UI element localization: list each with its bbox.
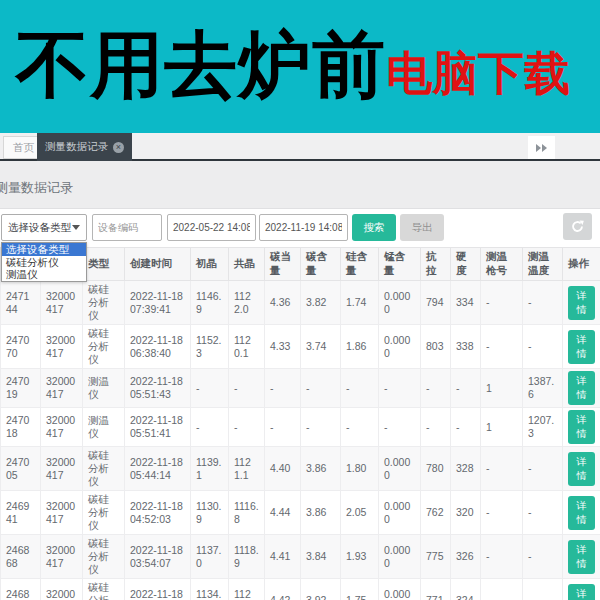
header-tensile: 抗拉 <box>421 248 451 281</box>
detail-button[interactable]: 详情 <box>568 410 595 444</box>
content-panel: 选择设备类型 选择设备类型 碳硅分析仪 测温仪 搜索 导出 类型 创建时间 <box>0 209 600 600</box>
cell-created-time: 2022-11-18 07:39:41 <box>125 281 191 325</box>
tab-measure-records[interactable]: 测量数据记录 × <box>37 133 132 161</box>
cell-carbon-equivalent: - <box>265 369 301 408</box>
cell-created-time: 2022-11-18 05:51:41 <box>125 408 191 447</box>
cell-carbon-equivalent: 4.33 <box>265 325 301 369</box>
measurement-table: 类型 创建时间 初晶 共晶 碳当量 碳含量 硅含量 锰含量 抗拉 硬度 测温枪号… <box>0 247 600 600</box>
cell-action: 详情 <box>563 447 600 491</box>
detail-button[interactable]: 详情 <box>568 286 595 320</box>
cell-action: 详情 <box>563 535 600 579</box>
cell-type: 碳硅分析仪 <box>83 579 125 600</box>
title-bar: 测量数据记录 <box>0 161 600 209</box>
cell-primary-crystal: - <box>191 369 229 408</box>
cell-hardness: 320 <box>451 491 481 535</box>
cell-carbon-equivalent: 4.42 <box>265 579 301 600</box>
cell-primary-crystal: 1152.3 <box>191 325 229 369</box>
device-code-input[interactable] <box>92 214 162 241</box>
detail-button[interactable]: 详情 <box>568 452 595 486</box>
close-icon[interactable]: × <box>113 142 124 153</box>
header-temperature: 测温温度 <box>523 248 563 281</box>
cell-action: 详情 <box>563 369 600 408</box>
cell-type: 测温仪 <box>83 408 125 447</box>
detail-button[interactable]: 详情 <box>568 584 595 600</box>
table-row: 247019 32000417 测温仪 2022-11-18 05:51:43 … <box>1 369 600 408</box>
header-eutectic: 共晶 <box>229 248 265 281</box>
table-row: 247070 32000417 碳硅分析仪 2022-11-18 06:38:4… <box>1 325 600 369</box>
table-row: 246804 32000417 碳硅分析仪 2022-11-18 02:54:5… <box>1 579 600 600</box>
cell-silicon-content: 1.74 <box>341 281 379 325</box>
cell-id: 246941 <box>1 491 41 535</box>
table-body: 247144 32000417 碳硅分析仪 2022-11-18 07:39:4… <box>1 281 600 600</box>
table-row: 247018 32000417 测温仪 2022-11-18 05:51:41 … <box>1 408 600 447</box>
dropdown-option[interactable]: 碳硅分析仪 <box>2 256 86 269</box>
cell-temperature: - <box>523 491 563 535</box>
dropdown-option[interactable]: 测温仪 <box>2 268 86 281</box>
cell-tensile: 803 <box>421 325 451 369</box>
banner-accent-text: 电脑下载 <box>386 43 570 105</box>
cell-created-time: 2022-11-18 06:38:40 <box>125 325 191 369</box>
header-primary-crystal: 初晶 <box>191 248 229 281</box>
date-to-input[interactable] <box>259 214 348 241</box>
cell-action: 详情 <box>563 325 600 369</box>
cell-carbon-content: 3.86 <box>301 447 341 491</box>
cell-id: 247144 <box>1 281 41 325</box>
promo-banner: 不用去炉前 电脑下载 <box>0 0 600 133</box>
cell-type: 碳硅分析仪 <box>83 325 125 369</box>
chevron-right-icon <box>536 144 541 152</box>
cell-hardness: - <box>451 369 481 408</box>
cell-device-code: 32000417 <box>41 535 83 579</box>
search-button[interactable]: 搜索 <box>352 214 396 241</box>
cell-action: 详情 <box>563 281 600 325</box>
cell-eutectic: - <box>229 369 265 408</box>
cell-temperature: - <box>523 579 563 600</box>
cell-id: 247005 <box>1 447 41 491</box>
dropdown-option[interactable]: 选择设备类型 <box>2 243 86 256</box>
tab-bar: 首页 测量数据记录 × <box>0 133 600 161</box>
cell-primary-crystal: - <box>191 408 229 447</box>
header-created-time: 创建时间 <box>125 248 191 281</box>
cell-created-time: 2022-11-18 02:54:50 <box>125 579 191 600</box>
cell-carbon-content: 3.84 <box>301 535 341 579</box>
cell-temperature: 1207.3 <box>523 408 563 447</box>
header-silicon-content: 硅含量 <box>341 248 379 281</box>
detail-button[interactable]: 详情 <box>568 330 595 364</box>
tab-overflow-button[interactable] <box>528 136 555 159</box>
cell-created-time: 2022-11-18 04:52:03 <box>125 491 191 535</box>
cell-type: 碳硅分析仪 <box>83 491 125 535</box>
cell-device-code: 32000417 <box>41 325 83 369</box>
cell-silicon-content: - <box>341 369 379 408</box>
export-button[interactable]: 导出 <box>400 214 444 241</box>
cell-carbon-equivalent: 4.41 <box>265 535 301 579</box>
cell-temperature: - <box>523 535 563 579</box>
detail-button[interactable]: 详情 <box>568 371 595 405</box>
cell-gun-number: - <box>481 325 523 369</box>
detail-button[interactable]: 详情 <box>568 540 595 574</box>
cell-gun-number: - <box>481 281 523 325</box>
cell-hardness: 334 <box>451 281 481 325</box>
cell-carbon-content: 3.92 <box>301 579 341 600</box>
cell-manganese-content: - <box>379 369 421 408</box>
cell-id: 246804 <box>1 579 41 600</box>
header-gun-number: 测温枪号 <box>481 248 523 281</box>
cell-tensile: 780 <box>421 447 451 491</box>
cell-gun-number: 1 <box>481 408 523 447</box>
cell-silicon-content: 2.05 <box>341 491 379 535</box>
cell-tensile: - <box>421 408 451 447</box>
tab-active-label: 测量数据记录 <box>45 140 108 154</box>
header-carbon-equivalent: 碳当量 <box>265 248 301 281</box>
device-type-select[interactable]: 选择设备类型 <box>1 214 87 241</box>
cell-id: 247070 <box>1 325 41 369</box>
cell-gun-number: - <box>481 535 523 579</box>
cell-primary-crystal: 1130.9 <box>191 491 229 535</box>
banner-main-text: 不用去炉前 <box>16 17 386 116</box>
refresh-button[interactable] <box>563 213 592 240</box>
cell-carbon-content: 3.74 <box>301 325 341 369</box>
date-from-input[interactable] <box>167 214 256 241</box>
cell-tensile: 794 <box>421 281 451 325</box>
cell-manganese-content: 0.0000 <box>379 535 421 579</box>
table-row: 246941 32000417 碳硅分析仪 2022-11-18 04:52:0… <box>1 491 600 535</box>
cell-carbon-equivalent: 4.44 <box>265 491 301 535</box>
detail-button[interactable]: 详情 <box>568 496 595 530</box>
cell-device-code: 32000417 <box>41 281 83 325</box>
